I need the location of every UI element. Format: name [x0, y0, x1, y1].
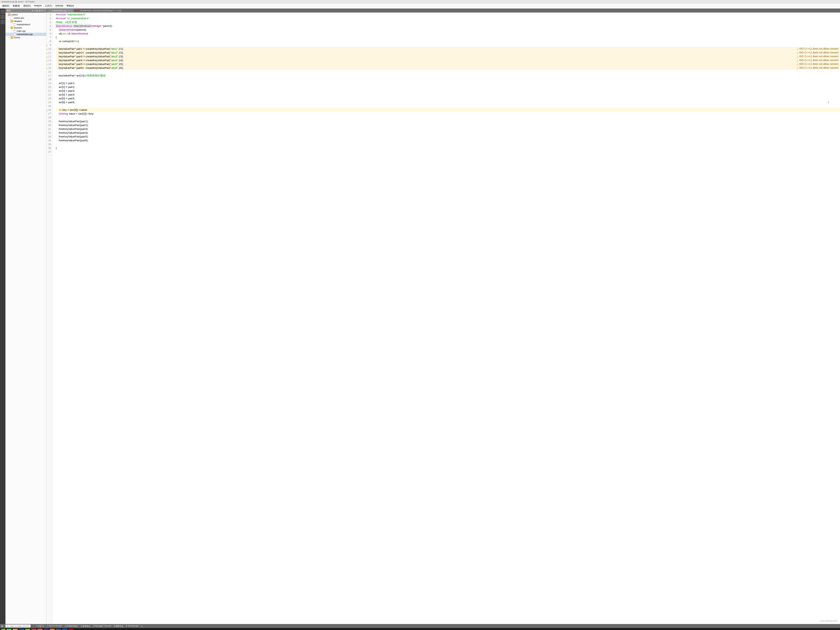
warning-annotation[interactable]: ISO C++11 does not allow convers: [797, 55, 838, 58]
line-number[interactable]: 18: [48, 77, 51, 81]
code-line[interactable]: keyValuePair* pair3 = createKeyValuePair…: [56, 55, 840, 58]
mode-icon[interactable]: [0, 20, 5, 24]
line-number[interactable]: 14: [48, 62, 51, 66]
code-line[interactable]: arr[1] = pair1;: [56, 81, 840, 85]
tree-item[interactable]: mainwindow.cpp: [5, 33, 46, 36]
tree-item[interactable]: ˅Sources: [5, 26, 46, 29]
tree-item[interactable]: union1.pro: [5, 16, 46, 20]
tree-item[interactable]: >Forms: [5, 36, 46, 39]
status-panel-button[interactable]: 2 Search Results: [47, 625, 62, 627]
line-number[interactable]: 5: [48, 28, 51, 32]
code-line[interactable]: freeKeyValuePair(pair5);: [56, 134, 840, 139]
code-line[interactable]: keyValuePair* pair2= createKeyValuePair(…: [56, 51, 840, 55]
taskbar-nvidia-icon[interactable]: ◉: [25, 629, 30, 630]
project-tree[interactable]: ˅union1union1.pro˅Headersmainwindow.h˅So…: [5, 13, 46, 39]
menu-item[interactable]: 工具(T): [43, 4, 54, 8]
code-line[interactable]: arr[3] = pair3;: [56, 89, 840, 93]
code-line[interactable]: #include "ui_mainwindow.h": [56, 16, 840, 20]
status-panel-button[interactable]: 8 Test Results: [126, 625, 139, 627]
code-line[interactable]: keyValuePair* pair1 = createKeyValuePair…: [56, 47, 840, 51]
code-line[interactable]: [56, 142, 840, 146]
status-panel-button[interactable]: 3 应用程序输出: [65, 625, 78, 627]
code-line[interactable]: keyValuePair* pair5 = createKeyValuePair…: [56, 62, 840, 66]
panel-tool-icon[interactable]: <: [44, 9, 45, 12]
menu-item[interactable]: 帮助(H): [65, 4, 76, 8]
code-editor[interactable]: 1234567891011121314151617181920212223242…: [46, 13, 840, 624]
taskbar-explorer-icon[interactable]: 📁: [13, 629, 18, 630]
code-line[interactable]: freeKeyValuePair(pair1);: [56, 119, 840, 123]
line-number[interactable]: 8: [48, 39, 51, 43]
tree-item[interactable]: mainwindow.h: [5, 23, 46, 26]
line-number[interactable]: 34: [48, 139, 51, 142]
panel-tool-icon[interactable]: ⊟: [39, 9, 40, 12]
taskbar-youdao-icon[interactable]: 有道: [31, 629, 36, 630]
code-line[interactable]: #include "mainwindow.h": [56, 13, 840, 16]
warning-annotation[interactable]: ISO C++11 does not allow convers: [797, 58, 838, 62]
code-content[interactable]: #include "mainwindow.h"#include "ui_main…: [52, 13, 840, 624]
code-line[interactable]: [56, 70, 840, 74]
line-number[interactable]: 32: [48, 131, 51, 134]
line-number[interactable]: 19: [48, 81, 51, 85]
code-line[interactable]: keyValuePair* arr[10];//结构体指针数组: [56, 74, 840, 77]
line-number[interactable]: 6: [48, 32, 51, 35]
line-number[interactable]: 12: [48, 55, 51, 58]
dropdown-icon[interactable]: ▾: [68, 9, 69, 12]
taskbar-qt-icon[interactable]: Qt: [6, 629, 12, 630]
menu-item[interactable]: 控件(W): [54, 4, 65, 8]
locator-input[interactable]: Type to locate (Ctrl+K): [5, 625, 30, 627]
line-number[interactable]: 22: [48, 93, 51, 96]
menu-item[interactable]: 调试(D): [22, 4, 32, 8]
tree-arrow-icon[interactable]: ˅: [9, 27, 11, 29]
warning-annotation[interactable]: ISO C++11 does not allow convers: [797, 47, 838, 51]
tree-item[interactable]: main.cpp: [5, 29, 46, 33]
warning-annotation[interactable]: ISO C++11 does not allow convers: [797, 62, 838, 66]
line-number[interactable]: 30: [48, 123, 51, 127]
line-gutter[interactable]: 1234567891011121314151617181920212223242…: [46, 13, 52, 624]
taskbar-start-icon[interactable]: [1, 629, 5, 630]
warning-annotation[interactable]: ISO C++11 does not allow convers: [797, 66, 838, 70]
close-icon[interactable]: ✕: [71, 9, 72, 12]
code-line[interactable]: [56, 104, 840, 108]
editor-tab[interactable]: ⬚ mainwindow.cpp* ▾ ✕: [47, 9, 74, 13]
panel-tool-icon[interactable]: ▿: [34, 9, 35, 12]
code-line[interactable]: [56, 43, 840, 47]
line-number[interactable]: 10: [48, 47, 51, 51]
line-number[interactable]: 7: [48, 35, 51, 39]
code-line[interactable]: QMainWindow(parent),: [56, 28, 840, 32]
line-number[interactable]: 29: [48, 119, 51, 123]
line-number[interactable]: 28: [48, 115, 51, 119]
code-line[interactable]: ui->setupUi(this);: [56, 39, 840, 43]
code-line[interactable]: freeKeyValuePair(pair6);: [56, 139, 840, 142]
run-icon[interactable]: ▣: [1, 625, 3, 627]
status-panel-button[interactable]: 6 概要信息: [114, 625, 123, 627]
line-number[interactable]: 31: [48, 127, 51, 131]
line-number[interactable]: 25: [48, 104, 51, 108]
line-number[interactable]: 20: [48, 85, 51, 89]
line-number[interactable]: 3: [48, 20, 51, 24]
code-line[interactable]: freeKeyValuePair(pair3);: [56, 127, 840, 131]
code-line[interactable]: QString value = (arr[2])->key;: [56, 112, 840, 115]
taskbar-filezilla-icon[interactable]: Fz: [68, 629, 73, 630]
code-line[interactable]: {: [56, 35, 840, 39]
line-number[interactable]: 23: [48, 96, 51, 100]
line-number[interactable]: 37: [48, 150, 51, 154]
taskbar-box-icon[interactable]: ▦: [50, 629, 55, 630]
line-number[interactable]: 35: [48, 142, 51, 146]
expand-icon[interactable]: ≑: [141, 625, 143, 627]
tree-arrow-icon[interactable]: >: [9, 37, 11, 38]
code-line[interactable]: arr[5] = pair5;: [56, 96, 840, 100]
mode-icon[interactable]: [0, 9, 5, 14]
line-number[interactable]: 15: [48, 66, 51, 70]
menu-item[interactable]: 构建(B): [11, 4, 21, 8]
tree-item[interactable]: ˅union1: [5, 13, 46, 16]
code-line[interactable]: int key = (arr[3])->value;: [56, 108, 840, 112]
tree-arrow-icon[interactable]: ˅: [9, 21, 11, 22]
code-line[interactable]: }: [56, 146, 840, 150]
line-number[interactable]: 13: [48, 58, 51, 62]
line-number[interactable]: 9: [48, 43, 51, 47]
line-number[interactable]: 21: [48, 89, 51, 93]
panel-tool-icon[interactable]: ⊞: [36, 9, 38, 12]
code-line[interactable]: arr[2] = pair2;: [56, 85, 840, 89]
code-line[interactable]: [56, 77, 840, 81]
line-number[interactable]: 27: [48, 112, 51, 115]
